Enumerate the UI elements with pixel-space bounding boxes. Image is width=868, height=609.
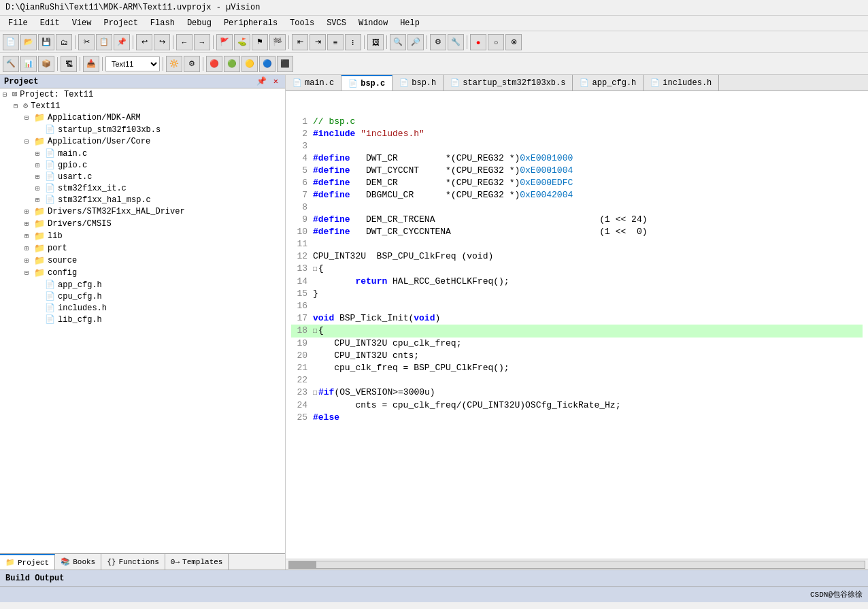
bm4-btn[interactable]: 🏁 [269, 34, 286, 50]
tree-item[interactable]: ⊟⚙Text11 [0, 100, 285, 112]
expand-icon[interactable]: ⊞ [35, 173, 44, 181]
tb2-btn7[interactable]: ⚙ [184, 56, 200, 72]
file-tab-startup_stm32f103xb-s[interactable]: 📄startup_stm32f103xb.s [444, 75, 573, 90]
menu-item-debug[interactable]: Debug [182, 17, 217, 29]
tree-item[interactable]: 📄lib_cfg.h [0, 314, 285, 325]
run-btn[interactable]: ● [470, 34, 486, 50]
indent4-btn[interactable]: ⫶ [345, 34, 361, 50]
close-icon[interactable]: ✕ [271, 76, 281, 86]
menu-item-flash[interactable]: Flash [145, 17, 180, 29]
tree-item[interactable]: ⊞📁Drivers/CMSIS [0, 218, 285, 230]
tb2-btn1[interactable]: 🔨 [3, 56, 19, 72]
tb2-btn6[interactable]: 🔆 [166, 56, 182, 72]
menu-item-project[interactable]: Project [98, 17, 143, 29]
proj-tab-templates[interactable]: 0→Templates [165, 554, 229, 570]
menu-item-peripherals[interactable]: Peripherals [218, 17, 283, 29]
fwd-btn[interactable]: → [194, 34, 210, 50]
tb2-btn9[interactable]: 🟢 [224, 56, 240, 72]
expand-icon[interactable]: ⊟ [24, 137, 33, 146]
menu-item-view[interactable]: View [67, 17, 97, 29]
indent3-btn[interactable]: ≡ [327, 34, 344, 50]
target-dropdown[interactable]: Text11 [105, 56, 160, 71]
tree-item[interactable]: ⊞📄usart.c [0, 171, 285, 182]
expand-icon[interactable]: ⊟ [14, 102, 22, 110]
tree-item[interactable]: ⊞📄main.c [0, 148, 285, 159]
search2-btn[interactable]: 🔎 [407, 34, 424, 50]
expand-icon[interactable]: ⊟ [3, 90, 11, 99]
tree-item[interactable]: ⊞📄stm32f1xx_hal_msp.c [0, 194, 285, 205]
expand-icon[interactable]: ⊞ [24, 257, 33, 265]
fold-icon[interactable]: □ [313, 327, 317, 335]
tree-item[interactable]: 📄startup_stm32f103xb.s [0, 124, 285, 135]
paste-btn[interactable]: 📌 [114, 34, 130, 50]
config2-btn[interactable]: 🔧 [448, 34, 464, 50]
stop-btn[interactable]: ○ [488, 34, 504, 50]
tree-item[interactable]: ⊞📁source [0, 254, 285, 267]
tb2-btn12[interactable]: ⬛ [277, 56, 293, 72]
fold-icon[interactable]: □ [313, 389, 317, 397]
tree-item[interactable]: 📄app_cfg.h [0, 279, 285, 291]
horizontal-scrollbar[interactable] [286, 559, 868, 570]
debug-btn[interactable]: ⊗ [505, 34, 522, 50]
img-btn[interactable]: 🖼 [367, 34, 384, 50]
file-tab-bsp-h[interactable]: 📄bsp.h [393, 75, 444, 90]
expand-icon[interactable]: ⊞ [35, 161, 44, 169]
menu-item-edit[interactable]: Edit [35, 17, 65, 29]
expand-icon[interactable]: ⊞ [35, 184, 44, 193]
expand-icon[interactable]: ⊟ [24, 114, 33, 122]
tree-item[interactable]: ⊟📁Application/MDK-ARM [0, 112, 285, 124]
file-tab-app_cfg-h[interactable]: 📄app_cfg.h [573, 75, 644, 90]
open-btn[interactable]: 📂 [20, 34, 37, 50]
expand-icon[interactable]: ⊟ [24, 269, 33, 277]
menu-item-help[interactable]: Help [395, 17, 425, 29]
menu-item-file[interactable]: File [3, 17, 33, 29]
search1-btn[interactable]: 🔍 [390, 34, 406, 50]
save-all-btn[interactable]: 🗂 [56, 34, 72, 50]
back-btn[interactable]: ← [176, 34, 193, 50]
new-btn[interactable]: 📄 [3, 34, 19, 50]
indent1-btn[interactable]: ⇤ [292, 34, 308, 50]
cut-btn[interactable]: ✂ [78, 34, 95, 50]
tree-item[interactable]: ⊞📁lib [0, 230, 285, 242]
menu-item-svcs[interactable]: SVCS [321, 17, 352, 29]
indent2-btn[interactable]: ⇥ [310, 34, 326, 50]
bm3-btn[interactable]: ⚑ [252, 34, 268, 50]
expand-icon[interactable]: ⊞ [35, 196, 44, 204]
menu-item-tools[interactable]: Tools [284, 17, 320, 29]
expand-icon[interactable]: ⊞ [24, 232, 33, 240]
pin-icon[interactable]: 📌 [254, 76, 269, 86]
tree-item[interactable]: 📄cpu_cfg.h [0, 291, 285, 302]
tree-item[interactable]: ⊞📁Drivers/STM32F1xx_HAL_Driver [0, 205, 285, 218]
redo-btn[interactable]: ↪ [154, 34, 170, 50]
proj-tab-project[interactable]: 📁Project [0, 554, 55, 570]
tb2-btn4[interactable]: 🏗 [61, 56, 77, 72]
menu-item-window[interactable]: Window [353, 17, 393, 29]
file-tab-main-c[interactable]: 📄main.c [286, 75, 341, 90]
code-area[interactable]: 1// bsp.c2#include "includes.h"3 4#defin… [286, 91, 868, 559]
tb2-btn2[interactable]: 📊 [20, 56, 37, 72]
expand-icon[interactable]: ⊞ [24, 220, 33, 228]
file-tab-bsp-c[interactable]: 📄bsp.c [341, 75, 393, 90]
expand-icon[interactable]: ⊞ [24, 208, 33, 216]
tb2-btn5[interactable]: 📥 [83, 56, 99, 72]
expand-icon[interactable]: ⊞ [35, 150, 44, 158]
fold-icon[interactable]: □ [313, 265, 317, 273]
tb2-btn11[interactable]: 🔵 [259, 56, 276, 72]
config-btn[interactable]: ⚙ [430, 34, 446, 50]
proj-tab-functions[interactable]: {}Functions [101, 554, 165, 570]
bm2-btn[interactable]: ⛳ [234, 34, 250, 50]
copy-btn[interactable]: 📋 [96, 34, 112, 50]
expand-icon[interactable]: ⊞ [24, 244, 33, 252]
tree-item[interactable]: ⊟📁Application/User/Core [0, 135, 285, 148]
bm1-btn[interactable]: 🚩 [216, 34, 233, 50]
tree-item[interactable]: ⊟⊠Project: Text11 [0, 88, 285, 100]
tree-item[interactable]: ⊟📁config [0, 267, 285, 279]
proj-tab-books[interactable]: 📚Books [55, 554, 101, 570]
project-tree-scroll[interactable]: ⊟⊠Project: Text11⊟⚙Text11⊟📁Application/M… [0, 88, 285, 553]
tree-item[interactable]: ⊞📄gpio.c [0, 159, 285, 171]
file-tab-includes-h[interactable]: 📄includes.h [644, 75, 719, 90]
tb2-btn8[interactable]: 🔴 [206, 56, 222, 72]
save-btn[interactable]: 💾 [38, 34, 54, 50]
tree-item[interactable]: ⊞📁port [0, 242, 285, 254]
tb2-btn3[interactable]: 📦 [38, 56, 54, 72]
